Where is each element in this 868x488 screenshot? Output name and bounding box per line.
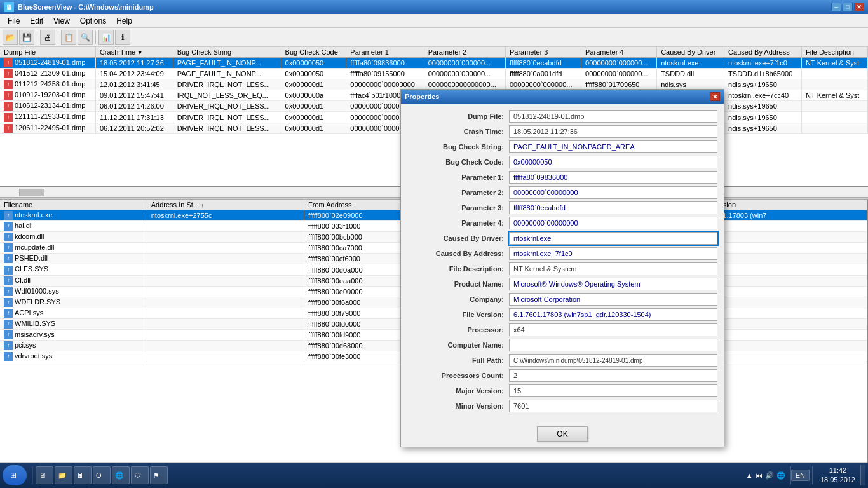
show-desktop-button[interactable] xyxy=(860,465,865,485)
tray-up-icon[interactable]: ▲ xyxy=(746,471,753,479)
col-caused-by-address[interactable]: Caused By Address xyxy=(724,47,802,58)
menu-help[interactable]: Help xyxy=(111,15,137,27)
taskbar-browser1-button[interactable]: O xyxy=(93,466,111,484)
col-bug-check-string[interactable]: Bug Check String xyxy=(173,47,281,58)
value-processors-count: 2 xyxy=(509,369,717,382)
start-button[interactable]: ⊞ xyxy=(3,465,27,485)
dialog-content: Dump File: 051812-24819-01.dmp Crash Tim… xyxy=(401,104,724,421)
col-bug-check-code[interactable]: Bug Check Code xyxy=(281,47,346,58)
properties-dialog: Properties ✕ Dump File: 051812-24819-01.… xyxy=(400,89,724,447)
value-caused-by-driver[interactable]: ntoskrnl.exe xyxy=(509,232,717,245)
title-bar: 🖥 BlueScreenView - C:\Windows\minidump ─… xyxy=(0,0,868,14)
maximize-button[interactable]: □ xyxy=(843,3,853,11)
label-processors-count: Processors Count: xyxy=(407,372,509,379)
menu-view[interactable]: View xyxy=(48,15,75,27)
taskbar-items xyxy=(173,465,741,485)
menu-options[interactable]: Options xyxy=(75,15,111,27)
value-full-path: C:\Windows\minidump\051812-24819-01.dmp xyxy=(509,354,717,367)
tray-network-icon: 🌐 xyxy=(776,471,785,480)
col-param1[interactable]: Parameter 1 xyxy=(346,47,424,58)
value-file-description: NT Kernel & System xyxy=(509,262,717,275)
col-address-in-stack[interactable]: Address In St... ↓ xyxy=(147,200,304,210)
prop-row-caused-by-driver: Caused By Driver: ntoskrnl.exe xyxy=(407,232,717,245)
ok-button[interactable]: OK xyxy=(537,426,588,442)
label-param3: Parameter 3: xyxy=(407,204,509,212)
toolbar-print[interactable]: 🖨 xyxy=(40,30,55,45)
menu-edit[interactable]: Edit xyxy=(25,15,48,27)
col-caused-by-driver[interactable]: Caused By Driver xyxy=(657,47,724,58)
prop-row-dump-file: Dump File: 051812-24819-01.dmp xyxy=(407,110,717,123)
label-file-description: File Description: xyxy=(407,265,509,273)
prop-row-crash-time: Crash Time: 18.05.2012 11:27:36 xyxy=(407,125,717,138)
col-param4[interactable]: Parameter 4 xyxy=(581,47,657,58)
taskbar-browser2-button[interactable]: 🌐 xyxy=(112,466,130,484)
taskbar-folder-button[interactable]: 📁 xyxy=(55,466,72,484)
menu-file[interactable]: File xyxy=(3,15,25,27)
label-caused-by-address: Caused By Address: xyxy=(407,250,509,257)
prop-row-major-version: Major Version: 15 xyxy=(407,384,717,397)
toolbar-report[interactable]: 📊 xyxy=(98,30,114,45)
dialog-title: Properties xyxy=(405,93,439,100)
close-button[interactable]: ✕ xyxy=(854,3,864,11)
toolbar-separator-3 xyxy=(95,31,96,44)
col-param3[interactable]: Parameter 3 xyxy=(505,47,581,58)
label-bug-check-string: Bug Check String: xyxy=(407,143,509,151)
taskbar-sep xyxy=(32,466,33,484)
prop-row-product-name: Product Name: Microsoft® Windows® Operat… xyxy=(407,278,717,290)
dialog-footer: OK xyxy=(401,421,724,447)
value-product-name: Microsoft® Windows® Operating System xyxy=(509,278,717,290)
value-bug-check-code: 0x00000050 xyxy=(509,156,717,168)
toolbar-separator-2 xyxy=(58,31,58,44)
dialog-close-button[interactable]: ✕ xyxy=(710,92,720,101)
prop-row-caused-by-address: Caused By Address: ntoskrnl.exe+7f1c0 xyxy=(407,247,717,260)
taskbar: ⊞ 🖥 📁 🖩 O 🌐 🛡 ⚑ ▲ ⏮ 🔊 🌐 EN 11:42 18.05.2… xyxy=(0,463,868,488)
window-title: BlueScreenView - C:\Windows\minidump xyxy=(18,3,154,11)
col-filename[interactable]: Filename xyxy=(0,200,147,210)
toolbar-copy[interactable]: 📋 xyxy=(61,30,76,45)
prop-row-bug-check-code: Bug Check Code: 0x00000050 xyxy=(407,156,717,168)
col-file-description[interactable]: File Description xyxy=(802,47,868,58)
table-row[interactable]: !041512-21309-01.dmp 15.04.2012 23:44:09… xyxy=(0,69,868,79)
label-company: Company: xyxy=(407,295,509,303)
title-bar-buttons: ─ □ ✕ xyxy=(831,3,864,11)
value-crash-time: 18.05.2012 11:27:36 xyxy=(509,125,717,138)
clock-date: 18.05.2012 xyxy=(820,475,855,485)
language-button[interactable]: EN xyxy=(791,470,810,481)
toolbar-open[interactable]: 📂 xyxy=(3,30,18,45)
value-minor-version: 7601 xyxy=(509,400,717,412)
app-icon: 🖥 xyxy=(4,2,14,12)
taskbar-system-tray: ▲ ⏮ 🔊 🌐 xyxy=(741,471,790,480)
minimize-button[interactable]: ─ xyxy=(831,3,841,11)
value-processor: x64 xyxy=(509,323,717,336)
value-computer-name xyxy=(509,339,717,351)
prop-row-file-version: File Version: 6.1.7601.17803 (win7sp1_gd… xyxy=(407,308,717,321)
label-full-path: Full Path: xyxy=(407,356,509,364)
col-dump-file[interactable]: Dump File xyxy=(0,47,95,58)
toolbar-search[interactable]: 🔍 xyxy=(78,30,93,45)
label-param2: Parameter 2: xyxy=(407,189,509,196)
tray-sep2 xyxy=(812,466,813,484)
value-file-version: 6.1.7601.17803 (win7sp1_gdr.120330-1504) xyxy=(509,308,717,321)
value-bug-check-string: PAGE_FAULT_IN_NONPAGED_AREA xyxy=(509,140,717,153)
prop-row-param2: Parameter 2: 00000000`00000000 xyxy=(407,186,717,199)
toolbar-info[interactable]: ℹ xyxy=(115,30,130,45)
label-file-version: File Version: xyxy=(407,311,509,318)
col-param2[interactable]: Parameter 2 xyxy=(424,47,505,58)
prop-row-minor-version: Minor Version: 7601 xyxy=(407,400,717,412)
taskbar-flag-button[interactable]: ⚑ xyxy=(150,466,168,484)
taskbar-explorer-button[interactable]: 🖥 xyxy=(36,466,53,484)
toolbar-save[interactable]: 💾 xyxy=(19,30,34,45)
title-bar-left: 🖥 BlueScreenView - C:\Windows\minidump xyxy=(4,2,154,12)
table-row[interactable]: !051812-24819-01.dmp 18.05.2012 11:27:36… xyxy=(0,58,868,69)
value-param2: 00000000`00000000 xyxy=(509,186,717,199)
windows-orb-icon: ⊞ xyxy=(10,471,17,480)
taskbar-shield-button[interactable]: 🛡 xyxy=(131,466,149,484)
value-caused-by-address: ntoskrnl.exe+7f1c0 xyxy=(509,247,717,260)
col-crash-time[interactable]: Crash Time xyxy=(95,47,173,58)
taskbar-calc-button[interactable]: 🖩 xyxy=(74,466,92,484)
prop-row-file-description: File Description: NT Kernel & System xyxy=(407,262,717,275)
prop-row-processors-count: Processors Count: 2 xyxy=(407,369,717,382)
value-company: Microsoft Corporation xyxy=(509,293,717,306)
taskbar-clock[interactable]: 11:42 18.05.2012 xyxy=(815,466,860,485)
label-dump-file: Dump File: xyxy=(407,112,509,120)
